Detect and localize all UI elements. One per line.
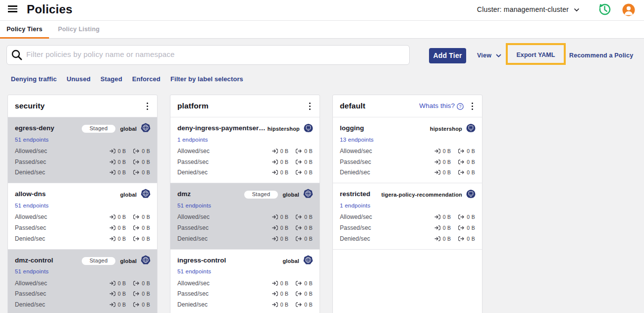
- svg-text:?: ?: [459, 104, 461, 109]
